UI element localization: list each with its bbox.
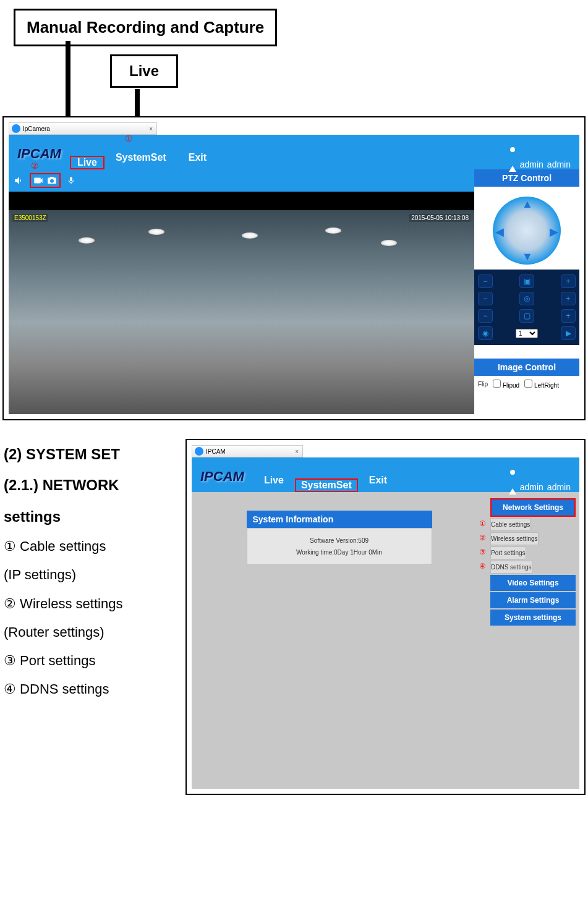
ceiling-light xyxy=(242,232,258,239)
preset-go-button[interactable]: ▶ xyxy=(561,326,576,340)
zoom-icon: ▣ xyxy=(519,274,534,288)
user-role-2: admin xyxy=(520,482,543,492)
doc-h21: (2.1.) NETWORK settings xyxy=(4,470,173,532)
ptz-up-icon[interactable]: ▲ xyxy=(522,198,533,211)
browser-tab-title-2: IPCAM xyxy=(206,448,291,455)
camera-icon[interactable] xyxy=(45,175,59,186)
leftright-label: LeftRight xyxy=(534,382,559,389)
browser-tab-2[interactable]: IPCAM × xyxy=(192,445,303,457)
ptz-right-icon[interactable]: ▶ xyxy=(550,225,558,239)
item-cable-settings[interactable]: Cable settings xyxy=(490,518,530,531)
nav-live-highlight: Live xyxy=(70,156,104,169)
video-frame[interactable]: E3500153Z 2015-05-05 10:13:08 xyxy=(9,210,474,414)
ptz-controls: − ▣ + − ◎ + − ▢ + ◉ 1 xyxy=(474,270,579,345)
browser-tab[interactable]: IpCamera × xyxy=(9,122,157,135)
num-4: ④ xyxy=(479,562,486,571)
num-2: ② xyxy=(479,533,486,542)
focus-plus-button[interactable]: + xyxy=(561,292,576,305)
ceiling-light xyxy=(325,227,341,234)
doc-item-4: ④ DDNS settings xyxy=(4,675,173,703)
ie-icon xyxy=(195,447,203,456)
nav-live-2[interactable]: Live xyxy=(253,469,295,492)
app-header: IPCAM ① Live SystemSet Exit admin admin xyxy=(9,135,579,169)
side-panel: PTZ Control xyxy=(474,169,579,192)
flip-label: Flip xyxy=(478,381,488,388)
flipud-checkbox[interactable] xyxy=(493,380,501,388)
ptz-title: PTZ Control xyxy=(474,169,579,187)
ptz-left-icon[interactable]: ◀ xyxy=(495,225,504,239)
working-time-line: Working time:0Day 1Hour 0Min xyxy=(256,549,423,556)
user-area-2: admin admin xyxy=(509,482,579,492)
logo: IPCAM xyxy=(17,146,61,162)
num-1: ① xyxy=(479,519,486,528)
item-ddns-settings[interactable]: DDNS settings xyxy=(490,561,532,574)
system-info-title: System Information xyxy=(247,511,432,528)
ceiling-light xyxy=(381,240,397,246)
video-pane: E3500153Z 2015-05-05 10:13:08 xyxy=(9,192,474,414)
screenshot-live-window: IpCamera × IPCAM ① Live SystemSet Exit a… xyxy=(2,116,586,420)
item-port-settings[interactable]: Port settings xyxy=(490,546,526,559)
nav-exit[interactable]: Exit xyxy=(177,146,218,169)
system-info-body: Software Version:509 Working time:0Day 1… xyxy=(247,528,432,565)
videocam-icon[interactable] xyxy=(32,175,45,186)
doc-h2: (2) SYSTEM SET xyxy=(4,439,173,470)
ptz-pad: ▲ ▼ ◀ ▶ xyxy=(474,192,579,270)
circled-2-marker: ② xyxy=(31,161,39,171)
doc-item-1: ① Cable settings xyxy=(4,532,173,561)
nav-exit-2[interactable]: Exit xyxy=(358,469,398,492)
app-header-2: IPCAM Live SystemSet Exit admin admin xyxy=(192,457,579,492)
image-control-title: Image Control xyxy=(474,359,579,376)
item-wireless-settings[interactable]: Wireless settings xyxy=(490,532,539,545)
preset-select[interactable]: 1 xyxy=(516,329,538,338)
focus-icon: ◎ xyxy=(519,292,534,305)
user-icon xyxy=(509,478,516,495)
doc-item-3: ③ Port settings xyxy=(4,647,173,675)
user-icon xyxy=(509,156,516,172)
zoom-minus-button[interactable]: − xyxy=(478,274,493,288)
browser-tab-title: IpCamera xyxy=(23,125,145,132)
iris-icon: ▢ xyxy=(519,309,534,323)
cat-alarm[interactable]: Alarm Settings xyxy=(490,592,576,608)
callout-manual-recording: Manual Recording and Capture xyxy=(14,9,277,46)
systemset-main: System Information Software Version:509 … xyxy=(192,492,487,789)
nav-systemset-2[interactable]: SystemSet xyxy=(297,477,356,493)
preset-save-button[interactable]: ◉ xyxy=(478,326,493,340)
speaker-icon[interactable] xyxy=(12,175,26,186)
live-toolbar: ② xyxy=(9,169,474,192)
leftright-checkbox[interactable] xyxy=(524,380,532,388)
doc-item-1b: (IP settings) xyxy=(4,561,173,589)
doc-item-2: ② Wireless settings xyxy=(4,590,173,618)
tab-close-icon[interactable]: × xyxy=(291,448,302,455)
user-role: admin xyxy=(520,159,543,169)
cat-system[interactable]: System settings xyxy=(490,610,576,626)
logo-2: IPCAM xyxy=(200,469,244,485)
tab-close-icon[interactable]: × xyxy=(145,125,156,132)
zoom-plus-button[interactable]: + xyxy=(561,274,576,288)
side-panel-body: ▲ ▼ ◀ ▶ − ▣ + − ◎ + − xyxy=(474,192,579,414)
focus-minus-button[interactable]: − xyxy=(478,292,493,305)
nav-live[interactable]: Live xyxy=(72,155,102,170)
ptz-down-icon[interactable]: ▼ xyxy=(522,250,533,263)
video-wrap: E3500153Z 2015-05-05 10:13:08 ▲ ▼ ◀ ▶ xyxy=(9,192,579,414)
systemset-body: System Information Software Version:509 … xyxy=(192,492,579,789)
iris-plus-button[interactable]: + xyxy=(561,309,576,323)
circled-1-marker: ① xyxy=(125,134,133,143)
flipud-label: Flipud xyxy=(503,382,519,389)
ceiling-light xyxy=(148,229,164,235)
video-timestamp-overlay: 2015-05-05 10:13:08 xyxy=(409,214,471,222)
image-flip-row: Flip Flipud LeftRight xyxy=(474,376,579,393)
video-black-bar xyxy=(9,192,474,210)
microphone-icon[interactable] xyxy=(64,175,78,186)
software-version-line: Software Version:509 xyxy=(256,537,423,544)
cat-network[interactable]: Network Settings xyxy=(490,498,576,517)
nav-systemset[interactable]: SystemSet xyxy=(104,146,177,169)
screenshot-systemset-window: IPCAM × IPCAM Live SystemSet Exit admin … xyxy=(185,439,586,795)
cat-video[interactable]: Video Settings xyxy=(490,575,576,591)
nav-systemset-highlight: SystemSet xyxy=(295,478,358,492)
ptz-dpad: ▲ ▼ ◀ ▶ xyxy=(493,197,561,265)
ceiling-light xyxy=(79,237,95,244)
ie-icon xyxy=(12,124,20,133)
user-name: admin xyxy=(547,159,571,169)
iris-minus-button[interactable]: − xyxy=(478,309,493,323)
callout-live: Live xyxy=(110,54,178,88)
